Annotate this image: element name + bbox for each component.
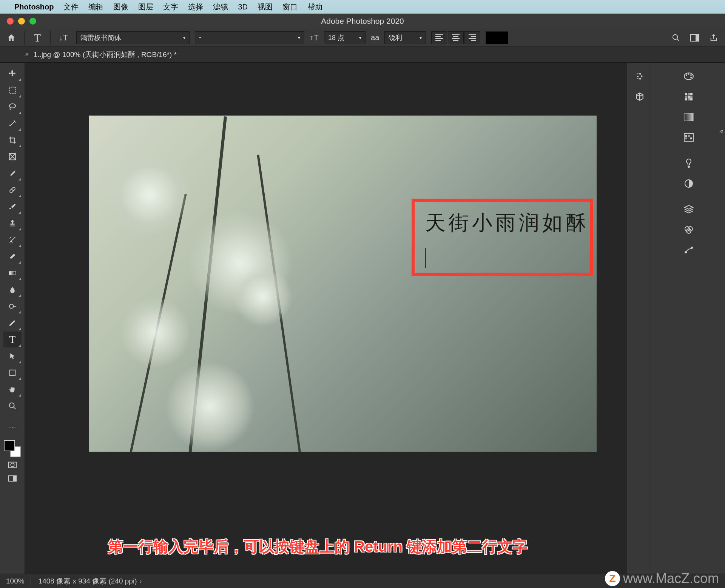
menu-help[interactable]: 帮助	[307, 2, 322, 12]
swatches-panel-icon[interactable]	[680, 88, 698, 106]
align-center-button[interactable]	[448, 31, 464, 44]
svg-rect-31	[690, 93, 693, 95]
history-brush-tool[interactable]	[3, 232, 22, 248]
shape-tool[interactable]	[3, 365, 22, 381]
path-select-tool[interactable]	[3, 348, 22, 364]
channels-panel-icon[interactable]	[680, 221, 698, 239]
menu-filter[interactable]: 滤镜	[213, 2, 228, 12]
svg-rect-33	[688, 96, 690, 98]
menu-select[interactable]: 选择	[188, 2, 203, 12]
spacer	[652, 195, 725, 200]
workspace-icon[interactable]	[687, 30, 702, 45]
foreground-color[interactable]	[4, 440, 15, 451]
eraser-tool[interactable]	[3, 248, 22, 264]
menu-window[interactable]: 窗口	[282, 2, 298, 12]
menu-view[interactable]: 视图	[258, 2, 273, 12]
zoom-tool[interactable]	[3, 398, 22, 414]
spacer	[652, 149, 725, 154]
menu-3d[interactable]: 3D	[238, 3, 248, 11]
svg-point-5	[9, 104, 15, 108]
marquee-tool[interactable]	[3, 82, 22, 98]
lasso-tool[interactable]	[3, 99, 22, 115]
pen-tool[interactable]	[3, 315, 22, 331]
font-style-value: -	[199, 34, 201, 42]
toolbox: T ⋯	[0, 63, 25, 574]
svg-rect-3	[696, 34, 699, 41]
paths-panel-icon[interactable]	[680, 241, 698, 259]
annotation-caption: 第一行输入完毕后，可以按键盘上的 Return 键添加第二行文字	[108, 536, 528, 557]
wand-tool[interactable]	[3, 116, 22, 131]
document-dimensions[interactable]: 1408 像素 x 934 像素 (240 ppi) ›	[39, 576, 142, 586]
menu-type[interactable]: 文字	[163, 2, 178, 12]
stamp-tool[interactable]	[3, 215, 22, 231]
3d-panel-icon[interactable]	[631, 88, 649, 106]
gradient-tool[interactable]	[3, 265, 22, 281]
antialias-value: 锐利	[389, 33, 402, 42]
menu-file[interactable]: 文件	[63, 2, 79, 12]
menu-layer[interactable]: 图层	[138, 2, 153, 12]
color-panel-icon[interactable]	[680, 67, 698, 85]
blur-tool[interactable]	[3, 282, 22, 298]
document-tab-label: 1..jpg @ 100% (天街小雨润如酥 , RGB/16*) *	[34, 50, 177, 60]
align-left-button[interactable]	[431, 31, 447, 44]
libraries-panel-icon[interactable]	[680, 154, 698, 172]
antialias-dropdown[interactable]: 锐利 ▾	[384, 31, 426, 44]
layers-panel-icon[interactable]	[680, 200, 698, 218]
heal-tool[interactable]	[3, 182, 22, 198]
share-icon[interactable]	[706, 30, 721, 45]
frame-tool[interactable]	[3, 149, 22, 165]
crop-tool[interactable]	[3, 132, 22, 148]
canvas-area[interactable]: 天街小雨润如酥 第一行输入完毕后，可以按键盘上的 Return 键添加第二行文字	[25, 63, 627, 574]
text-color-swatch[interactable]	[486, 31, 508, 44]
separator	[5, 417, 20, 417]
menu-edit[interactable]: 编辑	[88, 2, 103, 12]
svg-rect-43	[685, 137, 687, 139]
panel-column-2	[652, 63, 725, 574]
minimize-window-button[interactable]	[18, 18, 25, 25]
text-layer-content[interactable]: 天街小雨润如酥	[425, 209, 589, 237]
screen-mode-icon[interactable]	[6, 472, 19, 485]
window-titlebar: Adobe Photoshop 2020	[0, 14, 725, 29]
more-tools-icon[interactable]: ⋯	[3, 420, 22, 435]
brush-tool[interactable]	[3, 199, 22, 215]
document-canvas[interactable]: 天街小雨润如酥	[89, 116, 597, 452]
font-size-dropdown[interactable]: 18 点 ▾	[324, 31, 366, 44]
font-style-dropdown[interactable]: - ▾	[195, 31, 304, 44]
eyedropper-tool[interactable]	[3, 165, 22, 181]
move-tool[interactable]	[3, 66, 22, 82]
tool-preset-type-icon[interactable]: T	[30, 30, 45, 45]
dodge-tool[interactable]	[3, 298, 22, 314]
chevron-down-icon: ▾	[359, 35, 361, 40]
menu-image[interactable]: 图像	[113, 2, 128, 12]
type-tool[interactable]: T	[3, 332, 22, 347]
align-right-button[interactable]	[464, 31, 480, 44]
svg-point-22	[641, 76, 642, 77]
quick-mask-icon[interactable]	[6, 459, 19, 471]
hand-tool[interactable]	[3, 381, 22, 397]
svg-rect-30	[688, 93, 690, 95]
adjustments-panel-icon[interactable]	[680, 174, 698, 193]
zoom-level[interactable]: 100%	[6, 577, 31, 585]
separator	[50, 31, 51, 45]
close-window-button[interactable]	[7, 18, 14, 25]
workspace: T ⋯ 天街小雨润如酥 第一行输入完毕后，可以按键盘上的 Return 键	[0, 63, 725, 574]
svg-rect-32	[685, 96, 687, 98]
font-family-dropdown[interactable]: 鸿雷板书简体 ▾	[76, 31, 190, 44]
text-orientation-icon[interactable]: ↓T	[56, 30, 71, 45]
maximize-window-button[interactable]	[29, 18, 36, 25]
app-name[interactable]: Photoshop	[14, 3, 54, 11]
decorative-flower	[119, 297, 191, 369]
search-icon[interactable]	[668, 30, 683, 45]
color-picker[interactable]	[4, 440, 21, 457]
watermark-text: www.MacZ.com	[623, 571, 719, 586]
panel-column-1	[627, 63, 652, 574]
gradients-panel-icon[interactable]	[680, 108, 698, 126]
collapse-panels-icon[interactable]: «	[720, 128, 723, 134]
close-tab-icon[interactable]: ×	[25, 51, 29, 59]
patterns-panel-icon[interactable]	[680, 128, 698, 147]
home-icon[interactable]	[4, 30, 19, 45]
svg-rect-34	[690, 96, 693, 98]
svg-rect-14	[9, 370, 15, 376]
properties-panel-icon[interactable]	[631, 67, 649, 85]
document-tab[interactable]: × 1..jpg @ 100% (天街小雨润如酥 , RGB/16*) *	[25, 50, 177, 60]
